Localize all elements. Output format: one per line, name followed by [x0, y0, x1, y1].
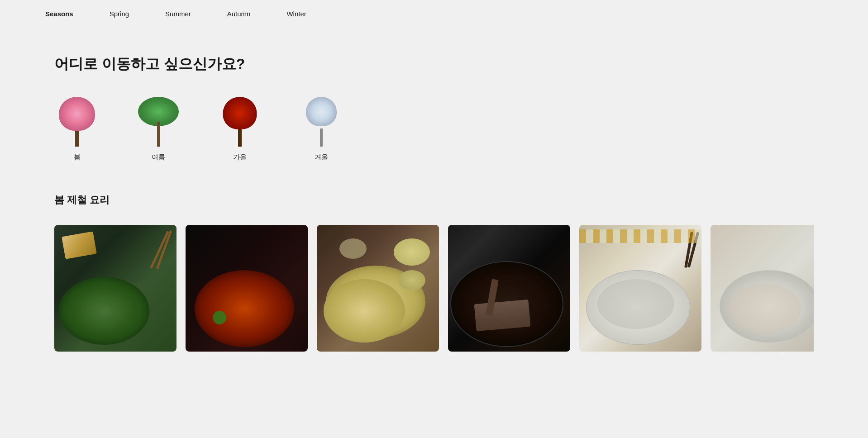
food-card-1[interactable]	[54, 225, 176, 352]
spring-label: 봄	[74, 153, 81, 162]
season-winter[interactable]: 겨울	[299, 97, 344, 162]
autumn-tree-icon	[217, 97, 262, 147]
summer-label: 여름	[152, 153, 165, 162]
season-selector: 봄 여름 가을	[54, 97, 814, 162]
winter-tree-icon	[299, 97, 344, 147]
section-title: 봄 제철 요리	[54, 193, 814, 207]
food-card-5[interactable]	[579, 225, 701, 352]
nav-item-seasons[interactable]: Seasons	[27, 0, 91, 27]
season-autumn[interactable]: 가을	[217, 97, 262, 162]
summer-tree-icon	[136, 97, 181, 147]
nav-item-summer[interactable]: Summer	[147, 0, 209, 27]
food-card-4[interactable]	[448, 225, 570, 352]
food-card-2[interactable]	[186, 225, 308, 352]
nav-item-spring[interactable]: Spring	[91, 0, 147, 27]
season-summer[interactable]: 여름	[136, 97, 181, 162]
food-card-6[interactable]	[711, 225, 814, 352]
navigation: Seasons Spring Summer Autumn Winter	[0, 0, 868, 27]
nav-items: Seasons Spring Summer Autumn Winter	[27, 0, 841, 27]
spring-tree-icon	[54, 97, 100, 147]
nav-item-winter[interactable]: Winter	[268, 0, 324, 27]
nav-item-autumn[interactable]: Autumn	[209, 0, 269, 27]
main-content: 어디로 이동하고 싶으신가요? 봄 여름	[0, 27, 868, 379]
page-heading: 어디로 이동하고 싶으신가요?	[54, 54, 814, 74]
food-card-3[interactable]	[317, 225, 439, 352]
season-spring[interactable]: 봄	[54, 97, 100, 162]
winter-label: 겨울	[315, 153, 328, 162]
autumn-label: 가을	[233, 153, 247, 162]
food-grid	[54, 225, 814, 352]
